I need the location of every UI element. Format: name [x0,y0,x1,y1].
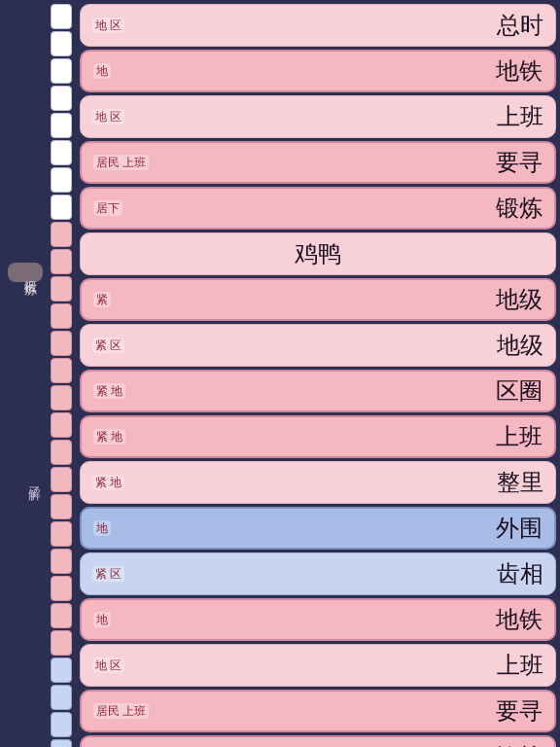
row-item-1[interactable]: 地地铁 [80,50,556,92]
track-btn-10[interactable] [51,276,72,302]
row-item-16[interactable]: 居下锻炼 [80,735,556,747]
track-btn-26[interactable] [51,712,72,737]
row-item-14[interactable]: 地 区上班 [80,644,556,687]
row-item-3[interactable]: 居民 上班要寻 [80,141,556,184]
track-btn-18[interactable] [51,494,72,519]
track-btn-12[interactable] [51,331,72,356]
track-btn-19[interactable] [51,521,72,547]
row-tag-11: 地 [93,520,111,536]
track-btn-22[interactable] [51,603,72,628]
track-btn-4[interactable] [51,113,72,138]
track-btn-27[interactable] [51,739,72,747]
row-item-6[interactable]: 紧地级 [80,278,556,321]
track-btn-11[interactable] [51,303,72,329]
row-item-15[interactable]: 居民 上班要寻 [80,690,556,732]
row-tag-10: 紧 地 [92,475,124,490]
row-tag-1: 地 [93,63,111,79]
row-main-text-7: 地级 [497,330,543,361]
track-btn-20[interactable] [51,549,72,574]
track-btn-14[interactable] [51,385,72,410]
side-label-bottom: 了解 [8,477,43,480]
row-tag-8: 紧 地 [93,383,125,399]
row-main-text-15: 要寻 [496,695,542,727]
row-tag-7: 紧 区 [92,338,124,353]
row-main-text-11: 外围 [496,513,542,544]
row-main-text-6: 地级 [496,284,542,315]
track-btn-15[interactable] [51,412,72,438]
main-content: 地 区总时地地铁地 区上班居民 上班要寻居下锻炼鸡鸭紧地级紧 区地级紧 地区圈紧… [80,0,556,747]
track-btn-13[interactable] [51,358,72,383]
row-item-7[interactable]: 紧 区地级 [80,324,556,367]
track-btn-9[interactable] [51,249,72,274]
row-main-text-8: 区圈 [496,375,542,407]
row-item-8[interactable]: 紧 地区圈 [80,370,556,412]
track-btn-8[interactable] [51,222,72,247]
row-tag-0: 地 区 [92,18,124,33]
row-item-13[interactable]: 地地铁 [80,598,556,641]
row-main-text-0: 总时 [497,10,543,41]
row-tag-6: 紧 [93,292,111,307]
row-main-text-5: 鸡鸭 [295,238,341,269]
row-main-text-16: 锻炼 [496,741,542,747]
row-tag-4: 居下 [93,200,122,216]
track-btn-23[interactable] [51,630,72,656]
track-btn-21[interactable] [51,576,72,601]
track-btn-3[interactable] [51,86,72,111]
row-item-5[interactable]: 鸡鸭 [80,232,556,275]
row-tag-9: 紧 地 [93,429,125,445]
side-label-top: 鍛炼 [8,263,43,282]
track-btn-1[interactable] [51,31,72,56]
track-btn-2[interactable] [51,58,72,84]
row-tag-3: 居民 上班 [93,155,149,170]
row-tag-14: 地 区 [92,658,124,673]
row-item-0[interactable]: 地 区总时 [80,4,556,47]
row-main-text-4: 锻炼 [496,193,542,224]
track-btn-25[interactable] [51,685,72,710]
row-main-text-2: 上班 [497,101,543,132]
row-tag-15: 居民 上班 [93,703,149,719]
track-container [47,0,76,747]
row-main-text-3: 要寻 [496,147,542,178]
row-main-text-13: 地铁 [496,604,542,635]
row-main-text-1: 地铁 [496,55,542,87]
track-btn-7[interactable] [51,195,72,220]
row-main-text-12: 齿相 [497,558,543,589]
row-tag-13: 地 [93,612,111,627]
row-item-12[interactable]: 紧 区齿相 [80,552,556,595]
track-btn-0[interactable] [51,4,72,29]
track-btn-5[interactable] [51,140,72,165]
row-main-text-14: 上班 [497,650,543,681]
row-item-10[interactable]: 紧 地整里 [80,461,556,504]
row-tag-12: 紧 区 [92,566,124,582]
row-item-2[interactable]: 地 区上班 [80,95,556,138]
row-item-11[interactable]: 地外围 [80,507,556,550]
row-item-9[interactable]: 紧 地上班 [80,415,556,458]
row-item-4[interactable]: 居下锻炼 [80,187,556,230]
track-btn-24[interactable] [51,658,72,683]
track-btn-16[interactable] [51,440,72,465]
row-main-text-9: 上班 [496,421,542,452]
row-main-text-10: 整里 [497,467,543,498]
track-btn-17[interactable] [51,467,72,492]
row-tag-2: 地 区 [92,109,124,124]
track-btn-6[interactable] [51,167,72,193]
